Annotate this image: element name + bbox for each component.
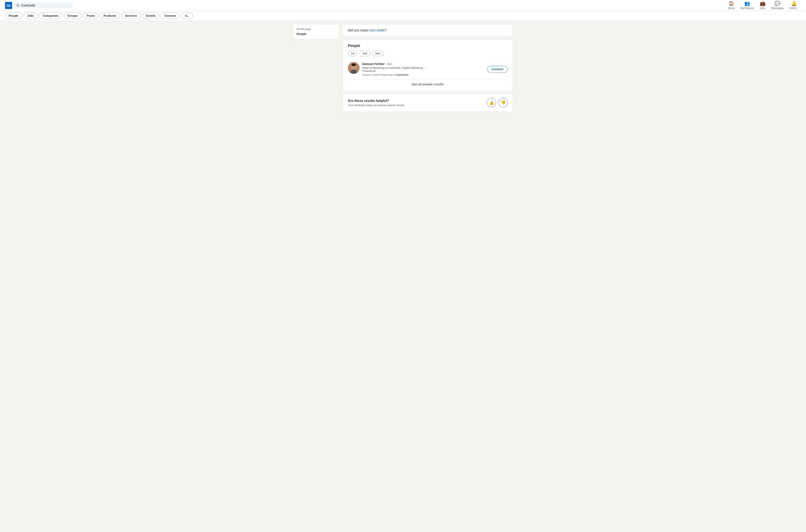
- sidebar: On this page People: [293, 24, 339, 112]
- svg-point-0: [17, 4, 19, 6]
- filter-groups[interactable]: Groups: [64, 13, 81, 19]
- search-icon: [16, 4, 20, 7]
- filter-bar: People Jobs Companies Groups Posts Produ…: [0, 11, 806, 21]
- did-you-mean-card: Did you mean coin chefs?: [343, 24, 513, 37]
- person-location: Trivandrum: [362, 70, 484, 73]
- person-headline: Head of Marketing at Coinchefs | Digital…: [362, 66, 484, 70]
- person-current: Current: Head of Marketing at CoinChefs: [362, 73, 484, 76]
- feedback-title: Are these results helpful?: [348, 99, 404, 103]
- degree-filters: 1st 2nd 3rd+: [348, 51, 508, 56]
- avatar[interactable]: [348, 62, 360, 74]
- nav-messaging-label: Messaging: [771, 7, 784, 10]
- nav-jobs[interactable]: 💼 Jobs: [757, 1, 768, 10]
- did-you-mean-text: Did you mean coin chefs?: [348, 28, 508, 32]
- connect-button[interactable]: Connect: [487, 66, 508, 73]
- my-network-icon: 👥: [744, 1, 750, 6]
- filter-schools[interactable]: S...: [181, 13, 193, 19]
- nav-my-network[interactable]: 👥 My Network: [738, 1, 756, 10]
- degree-1st[interactable]: 1st: [348, 51, 358, 56]
- did-you-mean-suggestion[interactable]: coin chefs: [369, 28, 385, 32]
- did-you-mean-prefix: Did you mean: [348, 28, 369, 32]
- notifications-icon: 🔔: [791, 1, 797, 6]
- nav-my-network-label: My Network: [740, 7, 754, 10]
- nav-home-label: Home: [728, 7, 735, 10]
- did-you-mean-suffix: ?: [385, 28, 386, 32]
- nav-notifications[interactable]: 🔔 Notific...: [787, 1, 801, 10]
- header: in 🏠 Home 👥 My Network 💼 Jobs 💬 Messagin…: [0, 0, 806, 11]
- person-info: Samuel Fichter · 3rd+ Head of Marketing …: [362, 62, 484, 76]
- thumbs-up-button[interactable]: 👍: [487, 98, 496, 107]
- linkedin-logo-text: in: [7, 3, 11, 7]
- main-layout: On this page People Did you mean coin ch…: [290, 24, 516, 112]
- feedback-buttons: 👍 👎: [487, 98, 508, 107]
- person-name-row: Samuel Fichter · 3rd+: [362, 62, 484, 66]
- thumbs-down-icon: 👎: [500, 100, 506, 105]
- filter-courses[interactable]: Courses: [161, 13, 180, 19]
- people-card: People 1st 2nd 3rd+: [343, 39, 513, 91]
- nav-notifications-label: Notific...: [789, 7, 799, 10]
- thumbs-up-icon: 👍: [489, 100, 494, 105]
- home-icon: 🏠: [729, 1, 734, 6]
- person-name: Samuel Fichter: [362, 62, 385, 65]
- svg-line-1: [19, 6, 19, 7]
- thumbs-down-button[interactable]: 👎: [498, 98, 508, 107]
- feedback-subtitle: Your feedback helps us improve search re…: [348, 103, 404, 107]
- messaging-icon: 💬: [774, 1, 780, 6]
- nav-messaging[interactable]: 💬 Messaging: [769, 1, 786, 10]
- people-section-title: People: [348, 44, 508, 48]
- jobs-icon: 💼: [760, 1, 766, 6]
- linkedin-logo[interactable]: in: [5, 2, 12, 9]
- filter-posts[interactable]: Posts: [83, 13, 98, 19]
- filter-services[interactable]: Services: [122, 13, 141, 19]
- filter-companies[interactable]: Companies: [39, 13, 62, 19]
- avatar-image: [348, 62, 360, 74]
- feedback-text: Are these results helpful? Your feedback…: [348, 99, 404, 107]
- person-degree: · 3rd+: [386, 62, 393, 65]
- filter-products[interactable]: Products: [100, 13, 120, 19]
- header-nav: 🏠 Home 👥 My Network 💼 Jobs 💬 Messaging 🔔…: [726, 1, 801, 10]
- on-this-page-label: On this page: [297, 28, 336, 31]
- sidebar-card: On this page People: [293, 24, 339, 39]
- degree-3rd[interactable]: 3rd+: [372, 51, 384, 56]
- filter-people[interactable]: People: [5, 13, 22, 19]
- filter-events[interactable]: Events: [142, 13, 159, 19]
- feedback-card: Are these results helpful? Your feedback…: [343, 94, 513, 112]
- main-content: Did you mean coin chefs? People 1st 2nd …: [343, 24, 513, 112]
- degree-2nd[interactable]: 2nd: [359, 51, 370, 56]
- svg-point-4: [351, 63, 356, 66]
- table-row: Samuel Fichter · 3rd+ Head of Marketing …: [348, 60, 508, 79]
- see-all-people[interactable]: See all people results: [348, 79, 508, 87]
- search-bar[interactable]: [14, 2, 73, 8]
- search-input[interactable]: [21, 4, 70, 7]
- filter-jobs[interactable]: Jobs: [23, 13, 38, 19]
- nav-jobs-label: Jobs: [760, 7, 765, 10]
- sidebar-link-people[interactable]: People: [297, 32, 336, 36]
- nav-home[interactable]: 🏠 Home: [726, 1, 737, 10]
